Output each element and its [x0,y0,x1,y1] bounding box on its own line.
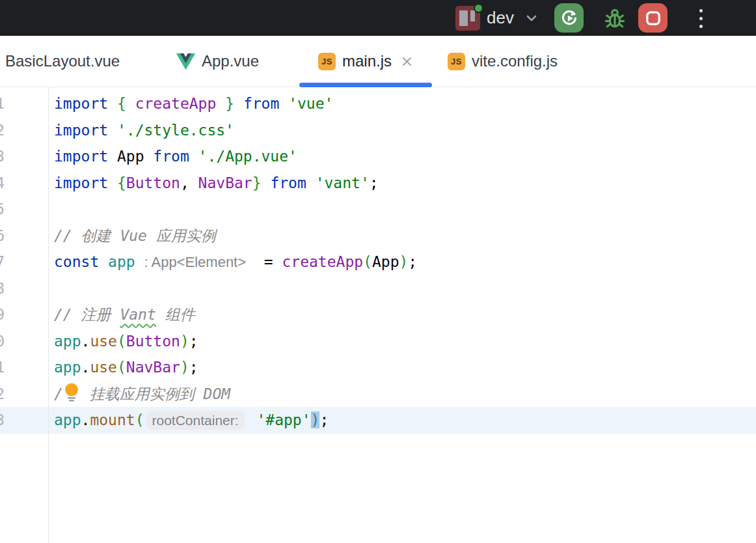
code-token [306,174,316,191]
code-token: NavBar [126,359,180,376]
code-token: ; [189,333,198,350]
code-token: Vant [120,306,155,323]
code-token: import [54,95,108,112]
line-number: 5 [0,196,5,223]
code-token: ; [189,359,198,376]
code-line-8[interactable] [49,275,756,302]
line-number: 6 [0,223,5,249]
code-token: ; [319,411,329,428]
code-token: app [108,253,135,270]
npm-run-config-icon [455,6,480,31]
code-token: app [54,359,81,376]
code-token: . [81,411,90,428]
code-token: ; [408,253,417,270]
code-line-12[interactable]: / 挂载应用实例到 DOM [49,381,756,408]
code-token: Button [126,333,180,350]
tab-main-js[interactable]: JSmain.js [301,36,431,87]
line-number: 2 [0,117,5,144]
code-token: 组件 [156,306,195,323]
code-line-5[interactable] [49,196,756,223]
code-token: from [270,174,306,191]
tab-label: BasicLayout.vue [5,52,120,70]
code-token: from [243,95,279,112]
code-token: // 创建 Vue 应用实例 [54,227,216,244]
rerun-button[interactable] [554,3,584,33]
chevron-down-icon[interactable] [524,13,539,26]
code-token: = [246,253,282,270]
code-token: from [153,148,189,165]
kebab-menu-icon[interactable] [694,5,708,32]
tab-label: App.vue [202,52,259,70]
code-token: / [54,385,63,402]
line-number: 8 [0,275,5,302]
code-token [216,95,225,112]
code-line-10[interactable]: app.use(Button); [49,328,756,355]
line-number-gutter: 12345678910111213 [0,90,5,434]
code-token [189,148,198,165]
code-token: . [81,359,90,376]
code-line-11[interactable]: app.use(NavBar); [49,354,756,381]
code-token: ) [399,253,409,270]
line-number: 13 [0,407,5,434]
js-file-icon: JS [318,53,336,70]
editor-tab-bar: BasicLayout.vueApp.vueJSmain.jsJSvite.co… [0,36,756,87]
line-number: 1 [0,90,5,117]
code-line-1[interactable]: import { createApp } from 'vue' [49,90,756,117]
tab-label: main.js [342,52,392,70]
code-token [108,122,117,139]
code-line-9[interactable]: // 注册 Vant 组件 [49,301,756,328]
code-token [279,95,288,112]
code-token: } [225,95,234,112]
code-token: createApp [135,95,217,112]
ide-window: dev [0,0,756,543]
tab-app-vue[interactable]: App.vue [176,36,259,87]
code-token: App [372,253,399,270]
running-status-dot [474,3,483,13]
code-token: ; [370,174,379,191]
code-token: 'vant' [316,174,370,191]
code-token: } [252,174,262,191]
code-token: './App.vue' [198,148,297,165]
tab-close-icon[interactable] [401,55,413,68]
code-token: import [54,122,108,139]
code-token: App [108,148,153,165]
code-line-6[interactable]: // 创建 Vue 应用实例 [49,223,756,249]
code-token: ( [117,333,126,350]
code-token: { [117,174,126,191]
run-config-name[interactable]: dev [487,8,514,28]
debug-button[interactable] [600,3,630,33]
code-token: 'vue' [288,95,333,112]
js-file-icon: JS [448,53,465,70]
code-token: const [54,253,99,270]
code-token [99,253,108,270]
tab-basiclayout-vue[interactable]: BasicLayout.vue [5,36,120,87]
code-token [248,411,257,428]
code-line-13[interactable]: app.mount(rootContainer: '#app'); [49,407,756,434]
code-token: ) [311,411,320,428]
rerun-icon [560,9,578,27]
code-editor[interactable]: 12345678910111213 import { createApp } f… [0,87,756,543]
code-token: Button [126,174,180,191]
code-token: mount [90,411,135,428]
intention-bulb-icon [63,382,81,402]
code-line-2[interactable]: import './style.css' [49,117,756,144]
code-token: createApp [282,253,363,270]
line-number: 11 [0,354,5,381]
code-content[interactable]: import { createApp } from 'vue'import '.… [49,90,756,434]
line-number: 3 [0,143,5,170]
line-number: 9 [0,301,5,328]
code-token: // 注册 [54,306,120,323]
stop-button[interactable] [638,3,668,33]
code-line-7[interactable]: const app : App<Element> = createApp(App… [49,249,756,275]
code-token: app [54,411,81,428]
code-line-3[interactable]: import App from './App.vue' [49,143,756,170]
line-number: 12 [0,381,5,408]
code-token [135,253,144,270]
run-config-selector[interactable] [455,5,481,31]
type-hint-inlay: : App<Element> [144,254,247,270]
tab-vite-config-js[interactable]: JSvite.config.js [437,36,558,87]
code-line-4[interactable]: import {Button, NavBar} from 'vant'; [49,170,756,197]
code-token: ) [180,359,189,376]
code-token: import [54,148,108,165]
code-token: . [81,333,90,350]
